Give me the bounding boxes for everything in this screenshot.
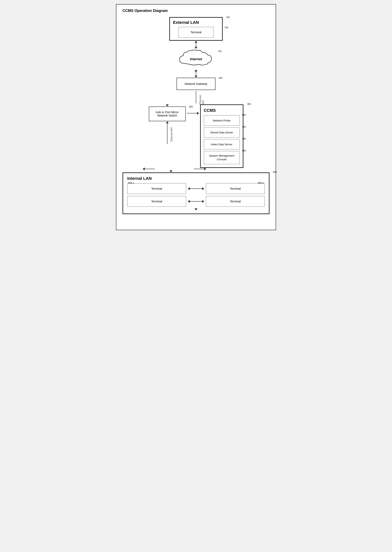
hub-col: Hub or Port Mirror Network Switch 602 Et…	[149, 104, 186, 144]
internet-label: Internet	[190, 57, 202, 61]
terminal-605-2-wrapper: Terminal 605-2	[206, 183, 265, 194]
internal-row2: Terminal Terminal	[127, 196, 265, 207]
terminal-4: Terminal	[206, 196, 265, 207]
network-gateway-box: Network Gateway	[176, 78, 216, 90]
smc-wrapper: System Management Console 200	[204, 151, 240, 164]
internal-down-arrow	[169, 170, 172, 172]
terminal-3: Terminal	[127, 196, 186, 207]
arrow-right-hub-ccms	[197, 112, 199, 115]
external-lan-title: External LAN	[173, 20, 219, 25]
ethernet-bottom-section: Ethernet 603	[167, 123, 168, 144]
external-lan-box: External LAN Terminal 703	[169, 17, 223, 41]
full-layout: External LAN Terminal 703 702	[123, 17, 269, 214]
arrow-internet-to-gateway	[195, 69, 197, 78]
hub-switch-wrapper: Hub or Port Mirror Network Switch 602	[149, 106, 186, 121]
h-line-1	[190, 189, 202, 189]
ref-701: 701	[218, 50, 222, 52]
ref-100: 100	[242, 114, 246, 116]
terminal-4-wrapper: Terminal	[206, 196, 265, 207]
h-line-2	[190, 201, 202, 202]
arrow-up-head	[195, 41, 197, 43]
ethernet-bottom-label: Ethernet 603	[170, 127, 173, 142]
ccms-block: CCMS Network Probe 100	[200, 104, 243, 168]
arrow-right-smc	[204, 167, 206, 170]
ref-605-1: 605-1	[128, 182, 134, 184]
hub-to-ccms-arrow	[187, 112, 199, 115]
ethernet-top-label: Ethernet 603	[199, 93, 205, 104]
ref-703: 703	[224, 26, 228, 29]
v-line2	[196, 72, 196, 76]
internal-lan-box: Internal LAN Terminal 605-1	[123, 172, 269, 214]
hub-ccms-row: Hub or Port Mirror Network Switch 602 Et…	[122, 104, 270, 168]
arrow-bottom-down	[195, 208, 197, 211]
internet-cloud-wrapper: Internet 701	[177, 49, 215, 69]
diagram-container: CCMS Operation Diagram External LAN Term…	[116, 4, 276, 230]
arrow-down-head	[195, 47, 197, 49]
ethernet-top-section: Ethernet 603	[196, 90, 196, 104]
arrow-to-internal	[169, 170, 172, 172]
internet-cloud: Internet	[177, 49, 215, 69]
ccms-title: CCMS	[204, 108, 240, 113]
index-data-box: Index Data Server	[204, 139, 240, 149]
internal-row1: Terminal 605-1 Te	[127, 183, 265, 194]
h-line-smc-right	[194, 169, 204, 169]
ref-602: 602	[189, 105, 193, 108]
stored-data-box: Stored Data Server	[204, 127, 240, 138]
index-data-wrapper: Index Data Server 400	[204, 139, 240, 149]
ref-300: 300	[242, 126, 246, 128]
hub-switch-box: Hub or Port Mirror Network Switch	[149, 106, 186, 121]
terminal-605-1-wrapper: Terminal 605-1	[127, 183, 186, 194]
arrow-right-2	[202, 200, 204, 203]
stored-data-wrapper: Stored Data Server 300	[204, 127, 240, 138]
internal-h-arrow-1	[188, 187, 204, 190]
internal-h-arrow-2	[188, 200, 204, 203]
network-gateway-wrapper: Network Gateway 601	[176, 78, 216, 90]
v-line	[196, 43, 196, 47]
network-probe-wrapper: Network Probe 100	[204, 115, 240, 126]
ref-601: 601	[219, 77, 223, 79]
arrow-from-internal	[166, 121, 169, 123]
arrow-up-head2	[195, 69, 197, 72]
internal-lan-wrapper-outer: Internal LAN Terminal 605-1	[123, 172, 269, 214]
arrow-to-hub	[166, 104, 169, 106]
internal-bottom-arrow	[127, 208, 265, 211]
arrow-right-1	[202, 187, 204, 190]
internal-lan-title: Internal LAN	[127, 176, 265, 181]
h-line-smc-hub	[145, 169, 155, 169]
arrow-down-head2	[195, 76, 197, 78]
ref-400: 400	[242, 138, 246, 140]
ref-200: 200	[242, 149, 246, 152]
arrow-left-head	[143, 167, 145, 170]
diagram-title: CCMS Operation Diagram	[123, 9, 269, 13]
v-line-eth-bottom	[167, 123, 168, 144]
network-probe-box: Network Probe	[204, 115, 240, 126]
terminal-605-1: Terminal	[127, 183, 186, 194]
left-arrow-smc	[143, 167, 155, 170]
terminal-605-2: Terminal	[206, 183, 265, 194]
smc-box: System Management Console	[204, 151, 240, 164]
arrow-left-1	[188, 187, 190, 190]
ref-604: 604	[273, 171, 277, 173]
ref-605-2: 605-2	[258, 182, 264, 184]
terminal-3-wrapper: Terminal	[127, 196, 186, 207]
v-line-eth-top	[196, 91, 196, 103]
ref-702: 702	[226, 16, 230, 19]
smc-hub-arrow-row	[122, 167, 270, 170]
right-arrow-smc	[194, 167, 206, 170]
arrow-external-to-internet	[195, 41, 197, 49]
hub-switch-label: Hub or Port Mirror Network Switch	[155, 110, 179, 117]
ccms-wrapper: CCMS Network Probe 100	[200, 104, 243, 168]
ref-001: 001	[247, 103, 251, 105]
internal-arrow-section	[122, 170, 270, 172]
h-line-hub-ccms	[187, 113, 197, 113]
external-terminal-box: Terminal	[179, 27, 213, 38]
arrow-left-2	[188, 200, 190, 203]
